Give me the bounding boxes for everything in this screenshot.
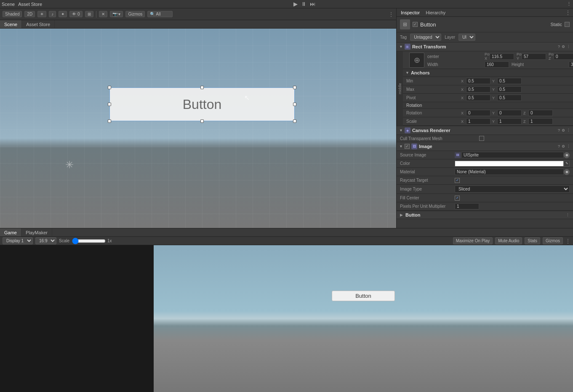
close-scene[interactable]: ✕	[99, 11, 107, 17]
play-button[interactable]: ▶	[293, 1, 298, 7]
anchors-header[interactable]: ▼ Anchors	[403, 69, 573, 77]
scene-button-box[interactable]: Button	[109, 87, 295, 121]
rect-options-btn[interactable]: ⚙	[562, 45, 565, 49]
handle-top-right[interactable]	[293, 86, 296, 89]
layer-dropdown[interactable]: UI	[458, 34, 475, 41]
handle-left-middle[interactable]	[108, 103, 111, 106]
anchor-preset-btn[interactable]: ⊕	[406, 53, 427, 68]
dots-menu[interactable]: ⋮	[567, 1, 571, 7]
color-picker-btn[interactable]: ✎	[564, 161, 570, 167]
static-checkbox[interactable]	[565, 22, 570, 27]
light-toggle[interactable]: ☀	[37, 11, 46, 17]
rot-x-input[interactable]	[466, 110, 490, 116]
object-name[interactable]: Button	[420, 21, 548, 28]
object-enabled-checkbox[interactable]: ✓	[413, 22, 418, 27]
tab-asset-store[interactable]: Asset Store	[22, 20, 55, 28]
canvas-dots-btn[interactable]: ⋮	[567, 128, 570, 132]
fill-center-checkbox[interactable]: ✓	[455, 196, 460, 201]
inspector-scrollable[interactable]: ⊞ ✓ Button Static Tag Untagged Layer UI	[397, 17, 573, 228]
handle-bottom-middle[interactable]	[200, 119, 204, 123]
handle-bottom-right[interactable]	[293, 119, 296, 123]
pixels-input[interactable]	[455, 203, 479, 209]
tag-dropdown[interactable]: Untagged	[410, 34, 441, 41]
display-dropdown[interactable]: Display 1	[3, 237, 33, 244]
scale-z-input[interactable]	[528, 118, 553, 124]
hidden-toggle[interactable]: 👁 0	[69, 11, 82, 17]
scene-dots[interactable]: ⋮	[389, 11, 394, 17]
anchor-min-x-input[interactable]	[466, 78, 490, 84]
effect-toggle[interactable]: ✦	[59, 11, 67, 17]
handle-top-left[interactable]	[108, 86, 111, 89]
button-comp-dots[interactable]: ⋮	[566, 213, 570, 217]
game-button[interactable]: Button	[332, 291, 395, 301]
source-image-input[interactable]	[461, 152, 564, 158]
pos-x-group: Pos X	[485, 52, 514, 61]
gizmos-dropdown[interactable]: Gizmos	[125, 11, 145, 17]
canvas-renderer-header[interactable]: ▼ ◈ Canvas Renderer ? ⚙ ⋮	[397, 126, 573, 135]
inspector-dots[interactable]: ⋮	[565, 10, 570, 16]
source-image-picker[interactable]: ◉	[564, 152, 570, 158]
cull-checkbox[interactable]	[479, 136, 484, 141]
step-button[interactable]: ⏭	[310, 1, 315, 7]
scene-selected-object[interactable]: Button	[109, 87, 295, 121]
material-input[interactable]	[455, 169, 564, 175]
scale-x-input[interactable]	[466, 118, 490, 124]
anchor-min-values: X Y	[461, 78, 573, 84]
canvas-help-btn[interactable]: ?	[558, 128, 560, 132]
rot-z-input[interactable]	[528, 110, 553, 116]
rect-dots-btn[interactable]: ⋮	[567, 45, 570, 49]
scene-viewport[interactable]: Button ↖ ✳	[0, 29, 396, 228]
sound-toggle[interactable]: ♪	[49, 11, 56, 17]
anchor-icon[interactable]: ⊕	[409, 53, 424, 68]
ratio-dropdown[interactable]: 16:9	[35, 237, 56, 244]
image-header[interactable]: ▼ ✓ 🖼 Image ? ⚙ ⋮	[397, 142, 573, 151]
anchor-max-x-input[interactable]	[466, 86, 490, 93]
tab-hierarchy[interactable]: Hierarchy	[424, 10, 447, 15]
handle-right-middle[interactable]	[293, 103, 296, 106]
width-input[interactable]	[485, 61, 509, 68]
height-input[interactable]	[569, 61, 573, 68]
handle-top-middle[interactable]	[200, 86, 204, 89]
tab-scene[interactable]: Scene	[0, 20, 22, 28]
grid-toggle[interactable]: ⊞	[85, 11, 93, 17]
canvas-options-btn[interactable]: ⚙	[562, 128, 565, 132]
image-options-btn[interactable]: ⚙	[562, 144, 565, 148]
game-dots[interactable]: ⋮	[565, 238, 570, 244]
raycast-checkbox[interactable]: ✓	[455, 178, 460, 183]
pos-z-input[interactable]	[554, 53, 573, 60]
anchor-min-y-input[interactable]	[497, 78, 522, 84]
rot-y-input[interactable]	[497, 110, 522, 116]
menu-scene[interactable]: Scene	[2, 2, 15, 7]
search-all[interactable]: 🔍 All	[147, 11, 173, 17]
menu-asset-store[interactable]: Asset Store	[18, 2, 42, 7]
pause-button[interactable]: ⏸	[301, 1, 306, 7]
scale-slider[interactable]	[72, 238, 106, 244]
wh-row: Width Height R	[427, 61, 573, 68]
maximize-btn[interactable]: Maximize On Play	[453, 237, 493, 244]
camera-dropdown[interactable]: 📷 ▾	[110, 11, 123, 17]
anchor-max-y-input[interactable]	[497, 86, 522, 93]
image-enabled-checkbox[interactable]: ✓	[405, 144, 410, 149]
material-picker[interactable]: ◉	[564, 169, 570, 175]
pivot-x-input[interactable]	[466, 95, 490, 101]
image-help-btn[interactable]: ?	[558, 144, 560, 148]
2d-toggle[interactable]: 2D	[24, 11, 35, 17]
pivot-y-input[interactable]	[497, 95, 522, 101]
scale-y-input[interactable]	[497, 118, 522, 124]
image-type-dropdown[interactable]: Sliced	[455, 185, 570, 193]
tab-playmaker[interactable]: PlayMaker	[21, 228, 52, 236]
rect-transform-header[interactable]: ▼ ⊞ Rect Transform ? ⚙ ⋮	[397, 42, 573, 51]
tab-inspector[interactable]: Inspector	[399, 10, 421, 15]
shaded-dropdown[interactable]: Shaded	[3, 11, 22, 17]
game-gizmos-btn[interactable]: Gizmos	[543, 237, 563, 244]
mute-btn[interactable]: Mute Audio	[495, 237, 522, 244]
pos-y-input[interactable]	[522, 53, 546, 60]
stats-btn[interactable]: Stats	[525, 237, 540, 244]
image-dots-btn[interactable]: ⋮	[567, 144, 570, 148]
pos-x-input[interactable]	[490, 53, 514, 60]
handle-bottom-left[interactable]	[108, 119, 111, 123]
tab-game[interactable]: Game	[0, 228, 21, 236]
color-swatch[interactable]	[455, 161, 564, 167]
button-comp-label[interactable]: Button	[405, 212, 563, 217]
rect-help-btn[interactable]: ?	[558, 45, 560, 49]
